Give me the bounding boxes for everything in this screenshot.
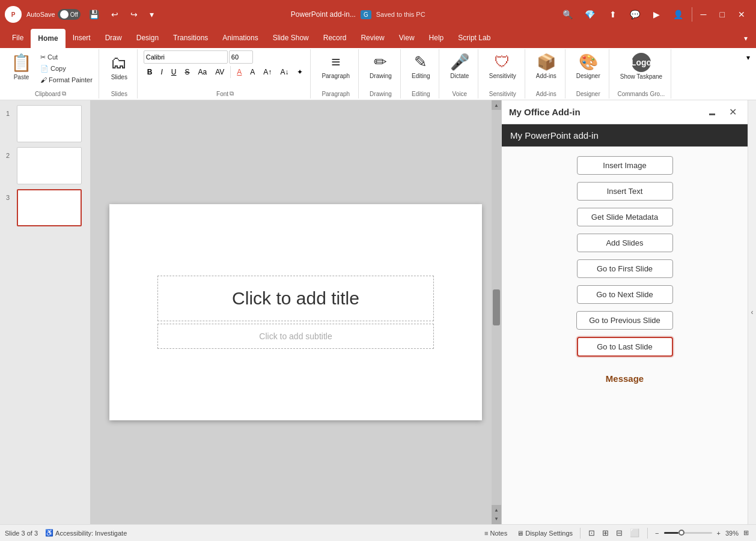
drawing-group: ✏ Drawing Drawing bbox=[361, 49, 401, 98]
slide-subtitle-area[interactable]: Click to add subtitle bbox=[157, 324, 434, 349]
get-slide-metadata-button[interactable]: Get Slide Metadata bbox=[577, 208, 673, 226]
autosave-toggle[interactable]: Off bbox=[58, 9, 81, 20]
font-name-input[interactable] bbox=[144, 50, 228, 64]
underline-button[interactable]: U bbox=[168, 66, 180, 78]
scroll-down-arrow[interactable]: ▲ bbox=[492, 505, 501, 515]
clear-format-button[interactable]: ✦ bbox=[293, 66, 306, 78]
commands-group: Logo Show Taskpane Commands Gro... bbox=[612, 49, 671, 98]
save-button[interactable]: 💾 bbox=[85, 7, 103, 22]
copy-button[interactable]: 📄 Copy bbox=[38, 64, 95, 74]
undo-button[interactable]: ↩ bbox=[108, 7, 122, 22]
ribbon-expand-button[interactable]: ▾ bbox=[740, 32, 751, 45]
go-previous-slide-button[interactable]: Go to Previous Slide bbox=[576, 311, 673, 330]
tab-scriptlab[interactable]: Script Lab bbox=[451, 29, 498, 48]
go-last-slide-button[interactable]: Go to Last Slide bbox=[577, 337, 673, 357]
change-case-button[interactable]: Aa bbox=[195, 66, 211, 78]
customize-button[interactable]: ▾ bbox=[146, 7, 157, 22]
redo-button[interactable]: ↪ bbox=[127, 7, 141, 22]
paragraph-button[interactable]: ≡ Paragraph bbox=[317, 50, 355, 82]
go-next-slide-button[interactable]: Go to Next Slide bbox=[577, 285, 673, 304]
zoom-slider-dot bbox=[678, 530, 684, 536]
tab-file[interactable]: File bbox=[5, 29, 31, 48]
slides-button[interactable]: 🗂 Slides bbox=[106, 50, 132, 83]
present-button[interactable]: ▶ bbox=[647, 7, 666, 22]
task-pane-collapse-handle[interactable]: ‹ bbox=[748, 100, 756, 524]
tab-help[interactable]: Help bbox=[422, 29, 451, 48]
bold-button[interactable]: B bbox=[144, 66, 156, 78]
tab-home[interactable]: Home bbox=[31, 29, 65, 48]
char-spacing-button[interactable]: AV bbox=[212, 66, 228, 78]
increase-font-button[interactable]: A↑ bbox=[260, 66, 275, 78]
tab-transitions[interactable]: Transitions bbox=[166, 29, 215, 48]
sensitivity-button[interactable]: 🛡 Sensitivity bbox=[484, 50, 521, 82]
add-slides-button[interactable]: Add Slides bbox=[577, 234, 673, 252]
tab-record[interactable]: Record bbox=[316, 29, 354, 48]
ribbon-collapse-button[interactable]: ▾ bbox=[743, 52, 754, 64]
accessibility-button[interactable]: ♿ Accessibility: Investigate bbox=[43, 528, 129, 538]
sensitivity-group: 🛡 Sensitivity Sensitivity bbox=[481, 49, 525, 98]
font-size-input[interactable] bbox=[229, 50, 253, 64]
slide-thumb-1[interactable] bbox=[17, 105, 82, 142]
addins-button[interactable]: 📦 Add-ins bbox=[531, 50, 561, 82]
highlight-button[interactable]: A bbox=[246, 66, 258, 78]
fit-slide-button[interactable]: ⊞ bbox=[741, 528, 751, 538]
strikethrough-button[interactable]: S bbox=[181, 66, 194, 78]
scroll-down-arrow2[interactable]: ▲ bbox=[492, 515, 501, 524]
cut-button[interactable]: ✂ Cut bbox=[38, 52, 95, 62]
slide-title-area[interactable]: Click to add title bbox=[157, 276, 434, 321]
task-pane-close-button[interactable]: ✕ bbox=[725, 105, 740, 119]
maximize-button[interactable]: □ bbox=[714, 7, 731, 22]
slide-thumb-2[interactable] bbox=[17, 147, 82, 184]
dictate-button[interactable]: 🎤 Dictate bbox=[445, 50, 474, 82]
presentation-view-button[interactable]: ⬜ bbox=[627, 527, 642, 539]
scrollbar-thumb[interactable] bbox=[493, 289, 500, 325]
editing-button[interactable]: ✎ Editing bbox=[407, 50, 435, 82]
slides-label: Slides bbox=[111, 89, 127, 97]
normal-view-button[interactable]: ⊡ bbox=[585, 527, 598, 539]
tab-slideshow[interactable]: Slide Show bbox=[266, 29, 316, 48]
task-pane-title: My Office Add-in bbox=[509, 107, 699, 117]
tab-design[interactable]: Design bbox=[129, 29, 166, 48]
decrease-font-button[interactable]: A↓ bbox=[276, 66, 292, 78]
slide-sorter-button[interactable]: ⊞ bbox=[599, 527, 612, 539]
drawing-button[interactable]: ✏ Drawing bbox=[365, 50, 397, 82]
editor-area: ▲ ▲ ▲ Click to add title Click to add su… bbox=[90, 100, 501, 524]
format-painter-button[interactable]: 🖌 Format Painter bbox=[38, 75, 95, 85]
close-button[interactable]: ✕ bbox=[732, 7, 751, 22]
message-label: Message bbox=[606, 373, 644, 384]
display-settings-button[interactable]: 🖥 Display Settings bbox=[514, 528, 575, 538]
scroll-up-arrow[interactable]: ▲ bbox=[492, 100, 501, 110]
share-button[interactable]: ⬆ bbox=[603, 7, 623, 22]
task-pane-minimize-button[interactable]: 🗕 bbox=[704, 106, 721, 119]
premium-button[interactable]: 💎 bbox=[581, 7, 599, 22]
font-color-button[interactable]: A bbox=[233, 66, 245, 78]
zoom-in-button[interactable]: + bbox=[715, 528, 723, 538]
user-button[interactable]: 👤 bbox=[667, 7, 689, 22]
slide-thumb-3[interactable] bbox=[17, 189, 82, 226]
font-expand-icon[interactable]: ⧉ bbox=[230, 90, 234, 97]
slide-2-num: 2 bbox=[6, 152, 14, 159]
divider bbox=[230, 66, 231, 78]
divider bbox=[692, 7, 692, 22]
tab-insert[interactable]: Insert bbox=[66, 29, 98, 48]
zoom-slider-bar[interactable] bbox=[664, 532, 712, 534]
search-button[interactable]: 🔍 bbox=[559, 7, 576, 22]
commands-label: Commands Gro... bbox=[617, 89, 665, 97]
tab-animations[interactable]: Animations bbox=[215, 29, 265, 48]
tab-draw[interactable]: Draw bbox=[98, 29, 129, 48]
italic-button[interactable]: I bbox=[157, 66, 166, 78]
minimize-button[interactable]: ─ bbox=[695, 7, 713, 22]
notes-button[interactable]: ≡ Notes bbox=[482, 528, 510, 538]
insert-text-button[interactable]: Insert Text bbox=[577, 182, 673, 201]
insert-image-button[interactable]: Insert Image bbox=[577, 156, 673, 175]
show-taskpane-button[interactable]: Logo Show Taskpane bbox=[615, 50, 667, 82]
tab-view[interactable]: View bbox=[392, 29, 422, 48]
tab-review[interactable]: Review bbox=[353, 29, 391, 48]
go-first-slide-button[interactable]: Go to First Slide bbox=[577, 259, 673, 278]
comments-button[interactable]: 💬 bbox=[624, 7, 646, 22]
reading-view-button[interactable]: ⊟ bbox=[613, 527, 626, 539]
designer-button[interactable]: 🎨 Designer bbox=[572, 50, 605, 82]
zoom-out-button[interactable]: − bbox=[653, 528, 661, 538]
paste-button[interactable]: 📋 Paste bbox=[6, 50, 37, 86]
clipboard-expand-icon[interactable]: ⧉ bbox=[62, 90, 66, 97]
